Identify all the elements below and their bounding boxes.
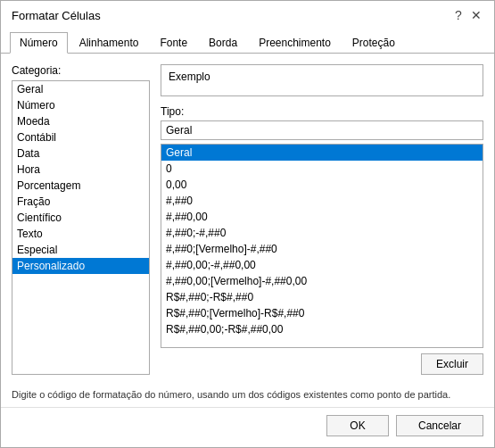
tipo-input[interactable] bbox=[161, 120, 483, 140]
tipo-item[interactable]: 0 bbox=[161, 161, 483, 177]
categoria-list-container: GeralNúmeroMoedaContábilDataHoraPorcenta… bbox=[12, 80, 150, 375]
right-panel: Exemplo Tipo: Geral00,00#,##0#,##0,00#,#… bbox=[161, 64, 483, 375]
tab-fonte[interactable]: Fonte bbox=[150, 32, 197, 54]
categoria-item[interactable]: Texto bbox=[12, 226, 149, 242]
categoria-list[interactable]: GeralNúmeroMoedaContábilDataHoraPorcenta… bbox=[12, 81, 149, 374]
tipo-item[interactable]: #,##0;[Vermelho]-#,##0 bbox=[161, 241, 483, 257]
tipo-item[interactable]: #,##0,00 bbox=[161, 209, 483, 225]
tab-numero[interactable]: Número bbox=[10, 32, 68, 54]
tipo-label: Tipo: bbox=[161, 105, 483, 118]
tabs-bar: Número Alinhamento Fonte Borda Preenchim… bbox=[1, 26, 494, 54]
tipo-item[interactable]: 0,00 bbox=[161, 177, 483, 193]
tipo-item[interactable]: #,##0;-#,##0 bbox=[161, 225, 483, 241]
categoria-item[interactable]: Personalizado bbox=[12, 258, 149, 274]
categoria-item[interactable]: Fração bbox=[12, 194, 149, 210]
exemplo-label: Exemplo bbox=[169, 71, 475, 83]
categoria-item[interactable]: Científico bbox=[12, 210, 149, 226]
close-button[interactable]: ✕ bbox=[469, 8, 483, 22]
categoria-item[interactable]: Contábil bbox=[12, 129, 149, 145]
categoria-item[interactable]: Porcentagem bbox=[12, 178, 149, 194]
tipo-list-container: Geral00,00#,##0#,##0,00#,##0;-#,##0#,##0… bbox=[161, 144, 483, 348]
tipo-item[interactable]: R$#,##0,00;-R$#,##0,00 bbox=[161, 321, 483, 337]
categoria-item[interactable]: Moeda bbox=[12, 113, 149, 129]
tab-protecao[interactable]: Proteção bbox=[342, 32, 405, 54]
tipo-item[interactable]: R$#,##0;-R$#,##0 bbox=[161, 289, 483, 305]
main-content: Categoria: GeralNúmeroMoedaContábilDataH… bbox=[1, 54, 494, 382]
categoria-item[interactable]: Número bbox=[12, 97, 149, 113]
tipo-item[interactable]: #,##0,00;[Vermelho]-#,##0,00 bbox=[161, 273, 483, 289]
tipo-list[interactable]: Geral00,00#,##0#,##0,00#,##0;-#,##0#,##0… bbox=[161, 145, 483, 347]
categoria-item[interactable]: Hora bbox=[12, 162, 149, 178]
ok-button[interactable]: OK bbox=[326, 415, 389, 436]
categoria-item[interactable]: Data bbox=[12, 145, 149, 162]
tab-alinhamento[interactable]: Alinhamento bbox=[70, 32, 149, 54]
tipo-item[interactable]: #,##0 bbox=[161, 193, 483, 209]
dialog-title: Formatar Células bbox=[12, 9, 101, 22]
formatar-celulas-dialog: Formatar Células ? ✕ Número Alinhamento … bbox=[0, 0, 495, 448]
cancelar-button[interactable]: Cancelar bbox=[396, 415, 483, 436]
title-bar: Formatar Células ? ✕ bbox=[1, 1, 494, 22]
tipo-item[interactable]: #,##0,00;-#,##0,00 bbox=[161, 257, 483, 273]
description-text: Digite o código de formatação do número,… bbox=[1, 382, 494, 407]
help-button[interactable]: ? bbox=[451, 8, 466, 22]
tipo-item[interactable]: R$#,##0;[Vermelho]-R$#,##0 bbox=[161, 305, 483, 321]
categoria-item[interactable]: Geral bbox=[12, 81, 149, 97]
tipo-item[interactable]: Geral bbox=[161, 145, 483, 161]
excluir-row: Excluir bbox=[161, 353, 483, 375]
categoria-panel: Categoria: GeralNúmeroMoedaContábilDataH… bbox=[12, 64, 150, 375]
excluir-button[interactable]: Excluir bbox=[421, 353, 483, 375]
tab-borda[interactable]: Borda bbox=[199, 32, 247, 54]
categoria-label: Categoria: bbox=[12, 64, 150, 77]
categoria-item[interactable]: Especial bbox=[12, 242, 149, 258]
tab-preenchimento[interactable]: Preenchimento bbox=[249, 32, 341, 54]
bottom-bar: OK Cancelar bbox=[1, 407, 494, 447]
title-controls: ? ✕ bbox=[451, 8, 483, 22]
exemplo-group: Exemplo bbox=[161, 64, 483, 96]
